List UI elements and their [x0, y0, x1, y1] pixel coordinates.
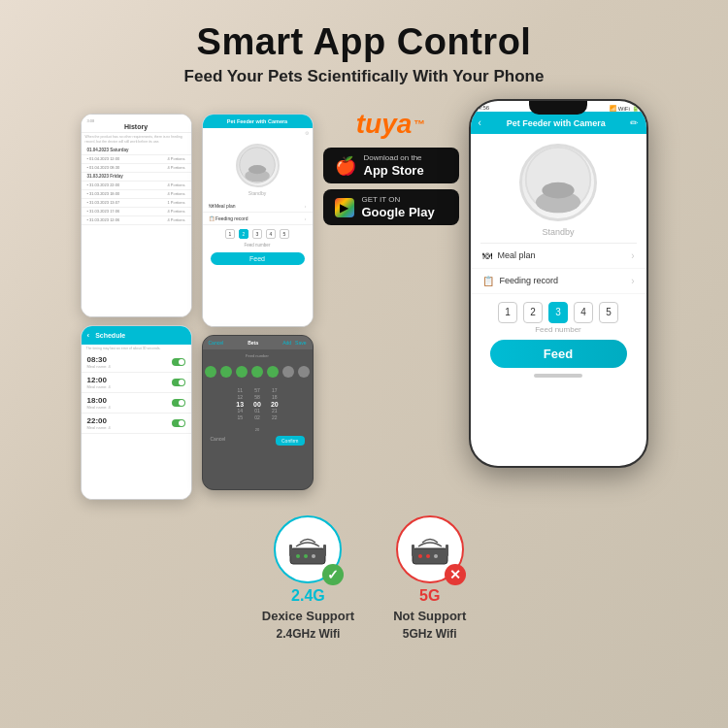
- feed-circles: [203, 360, 313, 383]
- schedule-item-4: 22:00 Meal name: 4: [82, 414, 191, 434]
- toggle-4[interactable]: [172, 419, 185, 427]
- wifi-24g-icon-wrap: ✓: [274, 515, 342, 583]
- hour-picker[interactable]: 11 12 13 14 15: [236, 387, 244, 421]
- feeder-standby: Standby: [248, 190, 266, 196]
- feeding-record-icon: 📋: [482, 276, 494, 286]
- svg-point-9: [304, 554, 308, 558]
- schedule-item-2: 12:00 Meal name: 4: [82, 373, 191, 393]
- circle-6: [282, 366, 294, 378]
- history-phone: 3:08 History When the product has no oth…: [81, 114, 192, 317]
- feeder-feeding-record[interactable]: 📋 Feeding record ›: [203, 213, 313, 225]
- feed-button[interactable]: Feed: [490, 340, 627, 368]
- history-screen: 3:08 History When the product has no oth…: [82, 115, 191, 316]
- sfn-confirm-btn[interactable]: Confirm: [276, 436, 305, 446]
- portion-1[interactable]: 1: [498, 302, 517, 323]
- tuya-trademark: ™: [414, 117, 425, 131]
- portion-3[interactable]: 3: [548, 302, 568, 323]
- history-entry-6: • 31.03.2023 17:06 4 Portions: [82, 208, 191, 216]
- history-date-2: 31.03.2023 Friday: [82, 173, 191, 182]
- add-save-btns: Add Save: [282, 340, 306, 346]
- feed-num-subtitle: Feed number: [211, 353, 305, 358]
- wifi-5g-icon-wrap: ✕: [396, 515, 464, 583]
- feeder-num-1[interactable]: 1: [225, 229, 235, 239]
- header-section: Smart App Control Feed Your Pets Scienti…: [0, 0, 728, 86]
- circle-5: [267, 366, 279, 378]
- meal-plan-text: Meal plan: [498, 250, 536, 260]
- get-it-on-label: GET IT ON: [362, 195, 435, 205]
- status-time: 4:56: [479, 105, 490, 112]
- cancel-btn[interactable]: Cancel: [209, 340, 224, 346]
- tuya-logo-wrap: tuya ™: [356, 109, 426, 140]
- google-play-icon: ▶: [335, 198, 354, 217]
- wifi-section: ✓ 2.4G Dexice Support 2.4GHz Wifi ✕ 5G N…: [0, 504, 728, 641]
- history-note: When the product has no other requiremen…: [82, 133, 191, 147]
- edit-icon[interactable]: ✏: [630, 117, 638, 128]
- google-play-text: GET IT ON Google Play: [362, 195, 435, 219]
- device-circle: [519, 144, 597, 221]
- feeding-record-text: Feeding record: [500, 276, 559, 285]
- feeder-device-icon: [236, 144, 280, 187]
- svg-point-3: [248, 165, 265, 174]
- svg-rect-18: [412, 545, 414, 556]
- device-display: Standby: [471, 134, 646, 243]
- feeder-num-5[interactable]: 5: [280, 229, 289, 239]
- circle-3: [236, 366, 248, 378]
- feeder-settings-icon[interactable]: ⚙: [305, 130, 309, 136]
- toggle-3[interactable]: [172, 399, 185, 407]
- svg-rect-11: [323, 545, 326, 556]
- meal-plan-arrow: ›: [631, 250, 634, 261]
- wifi-5g-badge: ✕: [445, 564, 466, 585]
- google-play-label: Google Play: [362, 205, 435, 220]
- history-date-1: 01.04.2023 Saturday: [82, 147, 191, 155]
- home-bar: [534, 374, 582, 378]
- portion-selector: 1 2 3 4 5: [471, 294, 646, 325]
- feeder-meal-plan[interactable]: 🍽 Meal plan ›: [203, 200, 313, 213]
- schedule-phone: ‹ Schedule The timing may last an error …: [81, 325, 192, 500]
- svg-point-10: [312, 554, 315, 558]
- feeder-num-3[interactable]: 3: [252, 229, 262, 239]
- app-store-badge[interactable]: 🍎 Download on the App Store: [323, 148, 459, 183]
- feed-num-header: Cancel Beta Add Save: [203, 336, 313, 349]
- save-btn[interactable]: Save: [295, 340, 306, 346]
- feeding-record-arrow: ›: [631, 276, 634, 286]
- feeder-num-2[interactable]: 2: [239, 229, 248, 239]
- portion-2[interactable]: 2: [523, 302, 543, 323]
- feed-number-screen: Cancel Beta Add Save Feed number: [202, 335, 314, 490]
- status-icons: 📶 WiFi 🔋: [610, 105, 638, 112]
- phone-notch: [529, 101, 587, 115]
- svg-point-16: [434, 554, 438, 558]
- middle-section: tuya ™ 🍎 Download on the App Store ▶ GET…: [323, 109, 459, 225]
- app-badges: tuya ™ 🍎 Download on the App Store ▶ GET…: [323, 109, 459, 225]
- download-on-label: Download on the: [364, 153, 424, 163]
- circle-4: [251, 366, 263, 378]
- second-picker[interactable]: 17 18 20 21 22: [271, 387, 279, 421]
- schedule-item-3: 18:00 Meal name: 4: [82, 393, 191, 414]
- google-play-badge[interactable]: ▶ GET IT ON Google Play: [323, 189, 459, 225]
- schedule-note: The timing may last an error of about 30…: [82, 345, 191, 352]
- wifi-24g-sublabel: 2.4GHz Wifi: [276, 627, 340, 641]
- feeding-record-item[interactable]: 📋 Feeding record ›: [471, 269, 646, 294]
- schedule-title: Schedule: [95, 332, 125, 339]
- wifi-5g-sublabel: 5GHz Wifi: [403, 627, 457, 641]
- main-phone: 4:56 📶 WiFi 🔋 ‹ Pet Feeder with Camera ✏: [469, 99, 648, 468]
- minute-picker[interactable]: 57 58 00 01 02: [253, 387, 261, 421]
- toggle-2[interactable]: [172, 379, 185, 386]
- back-icon[interactable]: ‹: [479, 117, 481, 128]
- phone-app-header: ‹ Pet Feeder with Camera ✏: [471, 112, 646, 134]
- sfn-cancel-btn[interactable]: Cancel: [211, 436, 226, 446]
- schedule-screen: ‹ Schedule The timing may last an error …: [82, 326, 191, 499]
- meal-plan-icon: 🍽: [482, 250, 492, 261]
- portion-4[interactable]: 4: [574, 302, 593, 323]
- meal-plan-item[interactable]: 🍽 Meal plan ›: [471, 244, 646, 269]
- history-entry-7: • 31.03.2023 12:06 4 Portions: [82, 216, 191, 225]
- toggle-1[interactable]: [172, 358, 185, 366]
- svg-point-14: [418, 554, 422, 558]
- add-btn[interactable]: Add: [282, 340, 291, 346]
- svg-rect-17: [446, 545, 448, 556]
- main-phone-wrap: 4:56 📶 WiFi 🔋 ‹ Pet Feeder with Camera ✏: [469, 99, 648, 468]
- feeder-feed-label-small: Feed number: [203, 243, 313, 249]
- feeder-num-4[interactable]: 4: [266, 229, 276, 239]
- feeder-feed-btn-small[interactable]: Feed: [211, 252, 305, 265]
- portion-5[interactable]: 5: [599, 302, 618, 323]
- feed-num-title: Beta: [248, 340, 258, 346]
